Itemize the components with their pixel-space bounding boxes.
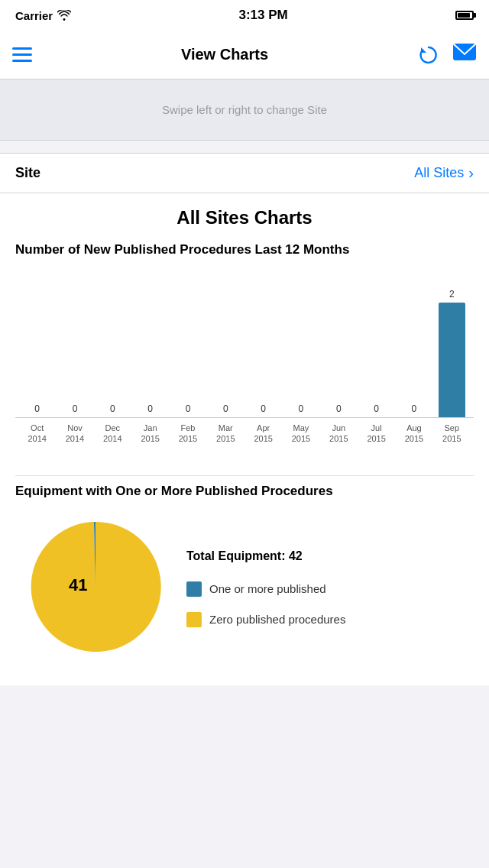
bar-col-7: 0: [282, 265, 319, 417]
bar-month-label-8: Jun2015: [320, 423, 358, 445]
bar-month-label-0: Oct2014: [18, 423, 56, 445]
carrier-info: Carrier: [15, 9, 71, 22]
bar-col-4: 0: [169, 265, 206, 417]
bar-month-label-3: Jan2015: [131, 423, 169, 445]
bar-value-label-6: 0: [261, 403, 266, 414]
bar-month-label-9: Jul2015: [358, 423, 395, 445]
bar-chart-title: Number of New Published Procedures Last …: [15, 242, 474, 257]
bar-month-label-4: Feb2015: [169, 423, 206, 445]
pie-chart-title: Equipment with One or More Published Pro…: [15, 484, 474, 499]
battery-fill: [458, 13, 470, 18]
swipe-hint-text: Swipe left or right to change Site: [162, 103, 327, 116]
bar-chart-area: 000000000002: [15, 265, 474, 418]
bar-value-label-7: 0: [299, 403, 304, 414]
bar-month-label-6: Apr2015: [244, 423, 282, 445]
bar-month-label-10: Aug2015: [395, 423, 432, 445]
bar-value-label-10: 0: [412, 403, 417, 414]
menu-button[interactable]: [12, 47, 32, 62]
legend-color-published: [186, 581, 202, 597]
refresh-icon: [417, 44, 440, 66]
battery-icon: [455, 11, 474, 20]
status-time: 3:13 PM: [238, 8, 287, 23]
bar-chart-section: Number of New Published Procedures Last …: [15, 242, 474, 452]
legend-item-published: One or more published: [186, 581, 345, 597]
all-sites-charts-title: All Sites Charts: [15, 193, 474, 236]
bar-month-label-5: Mar2015: [207, 423, 244, 445]
pie-legend: Total Equipment: 42 One or more publishe…: [186, 549, 345, 627]
bar-col-0: 0: [18, 265, 56, 417]
chevron-right-icon: ›: [468, 164, 474, 182]
pie-svg-container: 41: [23, 514, 168, 662]
bar-value-label-0: 0: [34, 403, 40, 414]
bar-col-10: 0: [395, 265, 432, 417]
nav-right-actions: [417, 41, 477, 68]
site-value-text: All Sites: [414, 165, 464, 181]
status-bar: Carrier 3:13 PM: [0, 0, 489, 31]
svg-text:41: 41: [69, 575, 87, 594]
site-row[interactable]: Site All Sites ›: [0, 153, 489, 193]
bar-value-label-5: 0: [223, 403, 228, 414]
bar-value-label-9: 0: [374, 403, 379, 414]
swipe-hint-bar: Swipe left or right to change Site: [0, 79, 489, 141]
bar-value-label-3: 0: [147, 403, 153, 414]
battery-indicator: [455, 11, 474, 20]
bar-value-label-2: 0: [110, 403, 115, 414]
legend-color-zero: [186, 612, 202, 627]
site-label: Site: [15, 165, 40, 181]
pie-chart-section: Equipment with One or More Published Pro…: [15, 475, 474, 662]
nav-title: View Charts: [181, 46, 268, 63]
bar-col-8: 0: [320, 265, 358, 417]
pie-total-label: Total Equipment: 42: [186, 549, 345, 563]
refresh-button[interactable]: [417, 44, 440, 66]
bar-col-11: 2: [433, 265, 471, 417]
bar-value-label-1: 0: [73, 403, 78, 414]
nav-left-actions: [12, 47, 32, 62]
bar-col-5: 0: [207, 265, 244, 417]
bar-col-9: 0: [358, 265, 395, 417]
bar-col-1: 0: [56, 265, 93, 417]
legend-item-zero: Zero published procedures: [186, 612, 345, 627]
mail-button[interactable]: [452, 41, 477, 68]
bar-value-label-8: 0: [336, 403, 342, 414]
bar-11: [439, 303, 465, 417]
site-value-container[interactable]: All Sites ›: [414, 164, 474, 182]
bar-month-label-1: Nov2014: [56, 423, 93, 445]
carrier-label: Carrier: [15, 9, 53, 22]
bar-col-2: 0: [94, 265, 131, 417]
pie-area: 41 Total Equipment: 42 One or more publi…: [15, 514, 474, 662]
bar-month-label-7: May2015: [282, 423, 319, 445]
bar-value-label-11: 2: [449, 289, 455, 300]
pie-chart-svg: 41: [23, 514, 168, 659]
bar-value-label-4: 0: [186, 403, 191, 414]
bar-chart-labels: Oct2014Nov2014Dec2014Jan2015Feb2015Mar20…: [15, 418, 474, 445]
wifi-icon: [57, 10, 71, 21]
bar-month-label-11: Sep2015: [433, 423, 471, 445]
nav-bar: View Charts: [0, 31, 489, 79]
bar-col-6: 0: [244, 265, 282, 417]
bar-month-label-2: Dec2014: [94, 423, 131, 445]
bar-col-3: 0: [131, 265, 169, 417]
legend-label-published: One or more published: [209, 582, 326, 595]
mail-icon: [452, 41, 477, 63]
svg-marker-0: [421, 47, 426, 53]
legend-label-zero: Zero published procedures: [209, 613, 345, 626]
main-content: All Sites Charts Number of New Published…: [0, 193, 489, 685]
